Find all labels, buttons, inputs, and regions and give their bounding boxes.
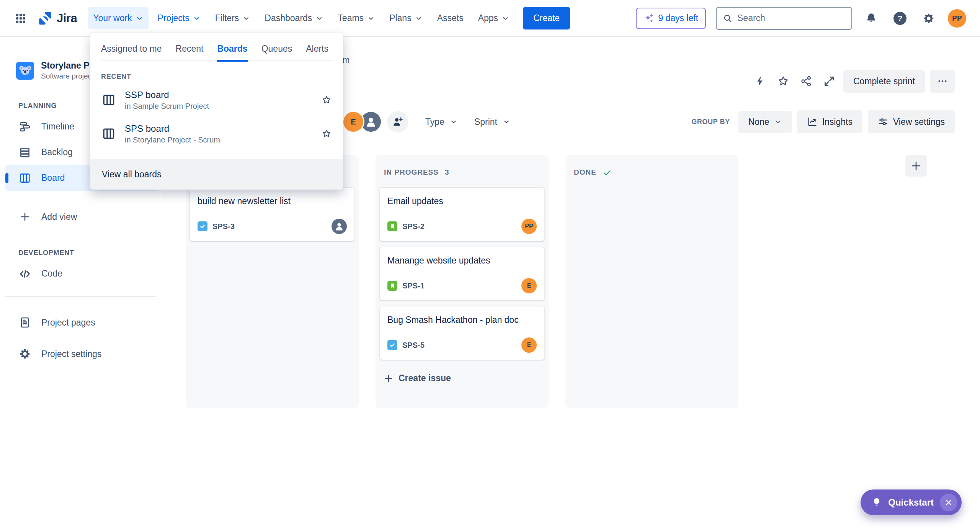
group-by-label: GROUP BY [691,118,730,126]
nav-your-work[interactable]: Your work [88,7,148,29]
add-people-button[interactable] [387,111,408,133]
notifications-button[interactable] [862,9,880,28]
user-avatar[interactable]: PP [948,9,966,28]
tab-assigned-to-me[interactable]: Assigned to me [101,44,162,62]
card-title: Manange website updates [387,255,537,267]
create-issue-button[interactable]: Create issue [379,369,456,387]
card-assignee-avatar[interactable]: E [521,278,537,293]
search-icon [723,13,733,23]
story-type-icon [387,221,397,231]
person-icon [364,115,377,128]
chevron-down-icon [774,118,782,126]
column-done: DONE [565,155,738,408]
top-navigation: Jira Your work Projects Filters Dashboar… [0,0,980,37]
dropdown-tabs: Assigned to me Recent Boards Queues Aler… [90,33,343,62]
chevron-down-icon [193,15,201,22]
insights-button[interactable]: Insights [797,110,862,133]
share-icon [800,75,812,87]
active-indicator [5,173,8,183]
chevron-down-icon [136,15,143,22]
help-icon: ? [893,12,906,25]
sliders-icon [878,116,889,127]
nav-apps[interactable]: Apps [473,7,514,29]
nav-teams[interactable]: Teams [332,7,380,29]
board-toolbar: E Type Sprint [343,110,955,133]
column-header: DONE [569,159,735,181]
settings-button[interactable] [920,9,938,28]
tab-recent[interactable]: Recent [176,44,204,62]
fullscreen-button[interactable] [820,72,838,90]
star-icon [777,75,789,87]
search-input[interactable] [737,13,845,23]
board-icon [102,127,116,141]
recent-board-item[interactable]: SSP board in Sample Scrum Project [90,83,343,117]
more-actions-button[interactable] [930,70,955,93]
breadcrumb-fragment: m [343,55,350,65]
star-icon[interactable] [322,129,332,139]
recent-section-label: RECENT [101,73,332,81]
create-button[interactable]: Create [523,7,570,29]
chevron-down-icon [415,15,423,22]
ellipsis-icon [937,76,948,87]
group-by-select[interactable]: None [738,111,792,133]
board-icon [18,172,31,184]
plus-icon [384,374,393,383]
star-button[interactable] [774,72,792,90]
card-assignee-avatar[interactable]: PP [521,219,537,234]
complete-sprint-button[interactable]: Complete sprint [843,70,925,93]
close-icon[interactable] [940,494,957,511]
nav-plans[interactable]: Plans [384,7,428,29]
card-assignee-avatar[interactable] [332,219,347,234]
star-icon[interactable] [322,95,332,105]
board-card[interactable]: Email updates SPS-2 PP [379,187,545,241]
board-card[interactable]: Manange website updates SPS-1 E [379,247,545,301]
chevron-down-icon [367,15,375,22]
quickstart-button[interactable]: Quickstart [861,489,962,515]
recent-board-item[interactable]: SPS board in Storylane Project - Scrum [90,117,343,151]
gear-icon [18,348,31,360]
tab-alerts[interactable]: Alerts [306,44,328,62]
view-all-boards-link[interactable]: View all boards [90,159,343,190]
help-button[interactable]: ? [890,9,910,28]
app-switcher-button[interactable] [11,9,30,28]
your-work-dropdown: Assigned to me Recent Boards Queues Aler… [90,33,343,190]
chevron-down-icon [503,118,510,126]
board-card[interactable]: Bug Smash Hackathon - plan doc SPS-5 E [379,306,545,360]
card-title: Bug Smash Hackathon - plan doc [387,314,525,326]
add-column-button[interactable] [905,155,927,177]
column-todo: build new newsletter list SPS-3 [186,155,359,408]
chevron-down-icon [315,15,323,22]
card-key: SPS-1 [402,282,425,290]
task-type-icon [198,221,207,231]
board-header-actions: Complete sprint [751,70,955,93]
assignee-avatar-e[interactable]: E [343,112,363,132]
lightning-icon [755,75,766,87]
automation-button[interactable] [751,72,769,90]
tab-boards[interactable]: Boards [217,44,247,62]
sidebar-item-code[interactable]: Code [0,261,161,286]
nav-filters[interactable]: Filters [210,7,256,29]
board-card[interactable]: build new newsletter list SPS-3 [189,187,355,241]
nav-dashboards[interactable]: Dashboards [259,7,328,29]
lightbulb-icon [871,497,882,508]
type-filter[interactable]: Type [425,117,457,127]
chevron-down-icon [242,15,250,22]
jira-app: Jira Your work Projects Filters Dashboar… [0,0,980,532]
tab-queues[interactable]: Queues [261,44,292,62]
card-title: Email updates [387,195,537,207]
pages-icon [18,316,31,329]
share-button[interactable] [797,72,815,90]
sidebar-item-project-pages[interactable]: Project pages [0,307,161,338]
assignee-avatar-unassigned[interactable] [361,112,381,132]
sprint-filter[interactable]: Sprint [474,117,510,127]
board-icon [102,93,116,107]
nav-assets[interactable]: Assets [432,7,469,29]
view-settings-button[interactable]: View settings [868,110,955,133]
sidebar-add-view[interactable]: Add view [0,206,161,228]
nav-projects[interactable]: Projects [152,7,206,29]
jira-logo[interactable]: Jira [38,11,77,25]
sidebar-item-project-settings[interactable]: Project settings [0,338,161,370]
trial-days-left-button[interactable]: 9 days left [636,8,706,29]
chart-icon [807,116,818,127]
card-assignee-avatar[interactable]: E [521,337,537,353]
